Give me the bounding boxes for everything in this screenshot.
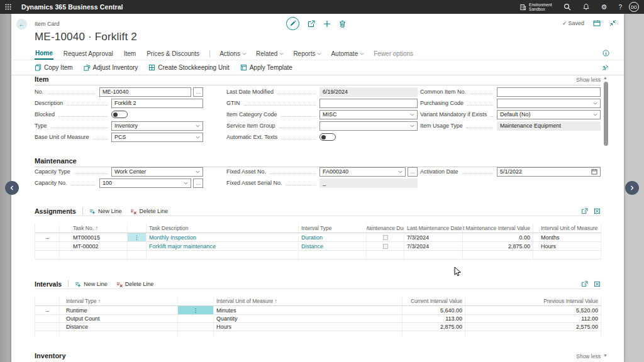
col-interval-type[interactable]: Interval Type ↑	[60, 297, 178, 305]
apply-template-button[interactable]: Apply Template	[240, 64, 292, 71]
col-last-maintenance-interval-value[interactable]: Last Maintenance Interval Value	[463, 224, 533, 233]
assignments-row-2[interactable]: MT-00002 Forklift major maintenance Dist…	[35, 242, 601, 251]
cell-last-maintenance-date[interactable]: 7/3/2024	[404, 242, 463, 250]
cell-interval-uom[interactable]: Months	[533, 233, 601, 241]
cell-interval-uom[interactable]: Minutes	[214, 306, 402, 314]
calendar-icon[interactable]	[591, 168, 597, 175]
collapse-button[interactable]	[609, 19, 616, 26]
settings-button[interactable]: ⚙	[596, 0, 613, 14]
base-uom-select[interactable]: PCS	[111, 133, 203, 142]
col-task-no[interactable]: Task No. ↑	[60, 224, 128, 233]
col-interval-uom[interactable]: Interval Unit of Measure	[533, 224, 601, 233]
cell-interval-uom[interactable]: Hours	[533, 242, 601, 250]
show-less-link[interactable]: Show less	[576, 353, 601, 359]
maintenance-due-checkbox[interactable]	[383, 244, 388, 249]
cell-interval-type[interactable]: Output Count	[60, 315, 178, 322]
cell-previous-interval-value[interactable]: 2,575.00	[465, 323, 601, 331]
cell-current-interval-value[interactable]: 2,875.00	[402, 323, 465, 331]
cell-last-maintenance-interval-value[interactable]: 2,875.00	[463, 242, 533, 250]
purchasing-code-select[interactable]	[497, 99, 601, 108]
assignments-row-1[interactable]: → MT000015 ⋮ Monthly Inspection Duration…	[35, 233, 601, 242]
open-in-window-button[interactable]	[593, 19, 601, 26]
automatic-ext-texts-toggle[interactable]	[319, 133, 336, 141]
fixed-asset-no-lookup-button[interactable]: …	[408, 167, 418, 177]
app-title[interactable]: Dynamics 365 Business Central	[21, 3, 123, 11]
edit-button[interactable]	[286, 17, 299, 30]
col-interval-uom[interactable]: Interval Unit of Measure ↑	[214, 297, 402, 305]
service-item-group-select[interactable]	[319, 121, 418, 131]
app-launcher-icon[interactable]	[0, 0, 16, 14]
blocked-toggle[interactable]	[111, 111, 128, 118]
cell-task-description[interactable]: Monthly Inspection	[149, 234, 196, 241]
cell-task-no[interactable]: MT-00002	[60, 242, 128, 250]
capacity-type-select[interactable]: Work Center	[111, 167, 203, 177]
menu-reports[interactable]: Reports	[293, 50, 321, 57]
share-button[interactable]	[308, 20, 315, 28]
previous-record-button[interactable]	[5, 181, 19, 195]
intervals-row-3[interactable]: Distance Hours 2,875.00 2,575.00	[35, 323, 601, 331]
share-icon[interactable]	[581, 208, 588, 214]
assignments-delete-line-button[interactable]: Delete Line	[130, 208, 168, 214]
info-button[interactable]	[602, 50, 609, 57]
no-lookup-button[interactable]: …	[193, 87, 203, 97]
cell-previous-interval-value[interactable]: 5,520.00	[465, 306, 601, 314]
open-in-excel-icon[interactable]	[594, 208, 601, 214]
col-previous-interval-value[interactable]: Previous Interval Value	[465, 297, 601, 305]
type-select[interactable]: Inventory	[111, 121, 203, 131]
tab-prices-discounts[interactable]: Prices & Discounts	[146, 48, 200, 59]
variant-mandatory-select[interactable]: Default (No)	[497, 110, 601, 119]
user-avatar[interactable]: DO	[629, 2, 639, 12]
delete-button[interactable]	[339, 20, 346, 28]
cell-interval-type[interactable]: Distance	[301, 243, 323, 250]
row-menu-button[interactable]: ⋮	[178, 306, 214, 314]
no-input[interactable]: ME-10040	[99, 87, 191, 97]
next-record-button[interactable]	[625, 181, 639, 195]
fewer-options-button[interactable]: Fewer options	[374, 50, 413, 57]
intervals-empty-row[interactable]	[35, 331, 601, 336]
adjust-inventory-button[interactable]: Adjust Inventory	[84, 64, 138, 71]
cell-interval-type[interactable]: Runtime	[60, 306, 178, 314]
fixed-asset-no-select[interactable]: FA000240	[319, 167, 406, 177]
activation-date-input[interactable]: 5/1/2022	[497, 167, 601, 177]
assignments-empty-row[interactable]	[35, 251, 601, 260]
create-stockkeeping-unit-button[interactable]: Create Stockkeeping Unit	[148, 64, 229, 71]
intervals-new-line-button[interactable]: New Line	[75, 281, 108, 287]
cell-interval-type[interactable]: Duration	[301, 234, 323, 241]
intervals-row-1[interactable]: → Runtime ⋮ Minutes 5,640.00 5,520.00	[35, 306, 601, 315]
col-maintenance-due[interactable]: Maintenance Due	[367, 224, 404, 233]
tab-item[interactable]: Item	[123, 48, 136, 59]
pin-button[interactable]	[602, 64, 609, 71]
tab-home[interactable]: Home	[35, 48, 53, 60]
back-button[interactable]: ←	[16, 19, 27, 30]
scrollbar-down-arrow[interactable]: ▼	[603, 353, 608, 358]
help-button[interactable]: ?	[613, 0, 628, 14]
menu-actions[interactable]: Actions	[219, 50, 247, 57]
maintenance-due-checkbox[interactable]	[383, 235, 388, 240]
cell-current-interval-value[interactable]: 5,640.00	[402, 306, 465, 314]
cell-previous-interval-value[interactable]: 112.00	[465, 315, 601, 322]
assignments-new-line-button[interactable]: New Line	[89, 208, 122, 214]
description-input[interactable]: Forklift 2	[111, 99, 203, 108]
cell-interval-type[interactable]: Distance	[60, 323, 178, 331]
cell-last-maintenance-date[interactable]: 7/3/2024	[404, 233, 463, 241]
menu-automate[interactable]: Automate	[331, 50, 364, 57]
tab-request-approval[interactable]: Request Approval	[63, 48, 114, 59]
row-menu-button[interactable]: ⋮	[128, 233, 147, 241]
search-button[interactable]	[558, 0, 577, 14]
intervals-delete-line-button[interactable]: Delete Line	[116, 281, 154, 287]
item-category-select[interactable]: MISC	[319, 110, 418, 119]
capacity-no-lookup-button[interactable]: …	[193, 178, 203, 188]
capacity-no-select[interactable]: 100	[99, 178, 191, 188]
copy-item-button[interactable]: Copy Item	[35, 64, 73, 71]
cell-interval-uom[interactable]: Quantity	[214, 315, 402, 322]
scrollbar-up-arrow[interactable]: ▲	[603, 75, 608, 80]
gtin-input[interactable]	[319, 99, 418, 108]
col-task-description[interactable]: Task Description	[147, 224, 299, 233]
cell-last-maintenance-interval-value[interactable]: 0.00	[463, 233, 533, 241]
col-last-maintenance-date[interactable]: Last Maintenance Date	[404, 224, 463, 233]
col-current-interval-value[interactable]: Current Interval Value	[402, 297, 465, 305]
notifications-button[interactable]	[577, 0, 596, 14]
share-icon[interactable]	[581, 281, 588, 287]
cell-task-description[interactable]: Forklift major maintenance	[149, 243, 216, 250]
cell-task-no[interactable]: MT000015	[60, 233, 128, 241]
